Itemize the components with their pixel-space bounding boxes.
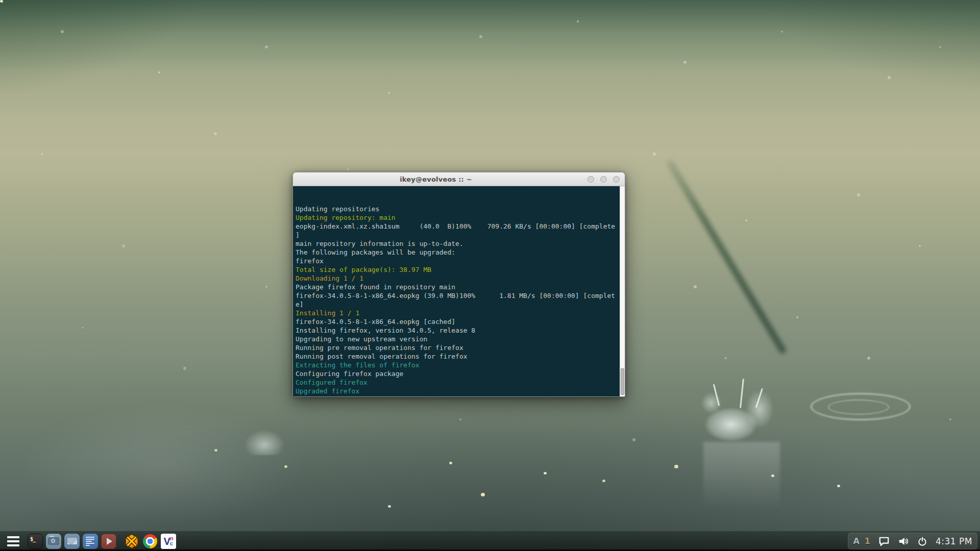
terminal-line: Configuring firefox package <box>296 369 625 378</box>
terminal-window: ikey@evolveos :: ~ Updating repositories… <box>292 172 625 397</box>
terminal-line: firefox-34.0.5-8-1-x86_64.eopkg (39.0 MB… <box>296 291 625 300</box>
terminal-line: Running post removal operations for fire… <box>296 352 625 361</box>
play-icon <box>101 534 116 549</box>
launcher-mail[interactable] <box>64 534 80 549</box>
terminal-line: Updating repositories <box>296 205 625 213</box>
scrollbar-thumb[interactable] <box>621 368 624 395</box>
workspace-number-indicator[interactable]: 1 <box>865 536 870 546</box>
wallpaper-reflection <box>20 403 306 525</box>
terminal-line: Upgraded firefox <box>296 387 625 395</box>
launcher-media-player[interactable] <box>101 534 116 549</box>
camera-icon <box>46 534 61 549</box>
system-tray: A 1 4:31 PM <box>848 533 977 549</box>
volume-button[interactable] <box>898 536 909 546</box>
workspace-letter-indicator[interactable]: A <box>853 536 859 546</box>
rain-ripple <box>828 399 889 415</box>
notifications-button[interactable] <box>878 536 890 546</box>
launcher-chrome[interactable] <box>142 534 158 549</box>
speaker-icon <box>898 536 909 546</box>
rain-splash <box>695 382 785 443</box>
terminal-line: Installing 1 / 1 <box>296 309 625 317</box>
terminal-icon-glyph: $_ <box>30 536 35 542</box>
terminal-line: Running pre removal operations for firef… <box>296 343 625 352</box>
vnc-letter-c: c <box>170 541 174 546</box>
terminal-line: e] <box>296 300 625 309</box>
vnc-letter-v: V <box>163 536 170 546</box>
wallpaper-reflection <box>703 442 780 529</box>
terminal-line: ] <box>296 231 625 239</box>
terminal-line: Downloading 1 / 1 <box>296 274 625 283</box>
ground-debris-dots <box>0 0 3 3</box>
window-button-3[interactable] <box>613 176 620 183</box>
window-buttons <box>587 172 620 186</box>
launcher-terminal[interactable]: $_ <box>28 534 43 549</box>
launcher-game-x[interactable] <box>124 534 139 549</box>
power-icon <box>917 536 927 546</box>
window-button-1[interactable] <box>587 176 594 183</box>
menu-button[interactable] <box>6 534 20 549</box>
launcher-screenshot[interactable] <box>46 534 61 549</box>
chrome-icon <box>143 534 157 548</box>
hamburger-icon <box>7 536 19 546</box>
x-hexagon-icon <box>124 534 139 549</box>
document-icon <box>83 534 98 549</box>
terminal-line: Installing firefox, version 34.0.5, rele… <box>296 326 625 335</box>
terminal-line: The following packages will be upgraded: <box>296 248 625 257</box>
terminal-line: main repository information is up-to-dat… <box>296 239 625 248</box>
titlebar-title-zone: ikey@evolveos :: ~ <box>293 172 579 186</box>
terminal-scrollbar[interactable] <box>620 186 625 396</box>
terminal-line: firefox-34.0.5-8-1-x86_64.eopkg [cached] <box>296 317 625 326</box>
terminal-line: Upgrading to new upstream version <box>296 335 625 343</box>
terminal-line: eopkg-index.xml.xz.sha1sum (40.0 B)100% … <box>296 222 625 231</box>
chat-bubble-icon <box>878 536 890 546</box>
terminal-titlebar[interactable]: ikey@evolveos :: ~ <box>293 172 625 186</box>
mail-icon <box>64 534 80 549</box>
panel-launchers: $_ <box>0 533 176 549</box>
terminal-line: Updating repository: main <box>296 213 625 222</box>
clock[interactable]: 4:31 PM <box>936 536 972 546</box>
terminal-line: Total size of package(s): 38.97 MB <box>296 265 625 274</box>
window-title: ikey@evolveos :: ~ <box>400 176 472 183</box>
terminal-line: ikey@evolveos ~ <box>296 395 625 396</box>
terminal-line: firefox <box>296 257 625 265</box>
window-button-2[interactable] <box>600 176 607 183</box>
vnc-icon: V n c <box>161 534 176 549</box>
terminal-content[interactable]: Updating repositoriesUpdating repository… <box>293 186 625 396</box>
launcher-vnc[interactable]: V n c <box>161 534 176 549</box>
terminal-line: Extracting the files of firefox <box>296 361 625 369</box>
power-button[interactable] <box>917 536 927 546</box>
terminal-line: Configured firefox <box>296 378 625 387</box>
terminal-icon: $_ <box>28 534 43 549</box>
launcher-documents[interactable] <box>83 534 98 549</box>
rain-splash-small <box>244 430 285 455</box>
terminal-output: Updating repositoriesUpdating repository… <box>296 205 625 396</box>
terminal-line: Package firefox found in repository main <box>296 283 625 291</box>
bottom-panel: $_ <box>0 531 980 551</box>
wallpaper-stick <box>666 159 788 355</box>
